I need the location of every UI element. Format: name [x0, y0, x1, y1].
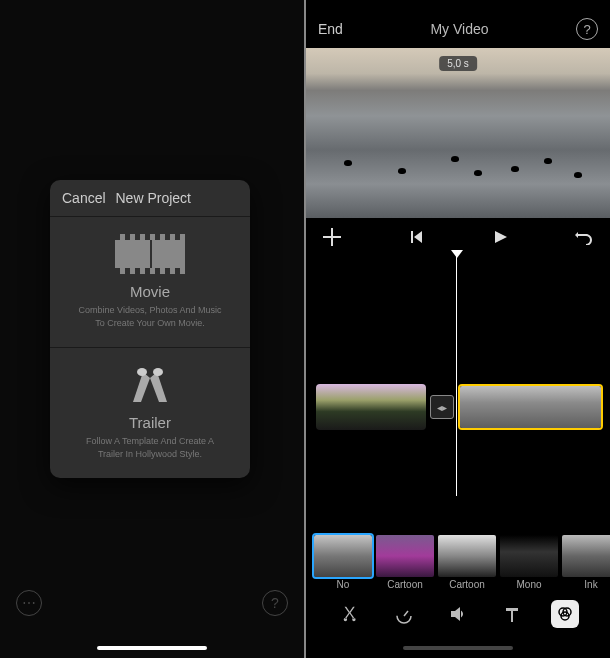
clip-row: ◂▸ [306, 384, 610, 430]
cancel-button[interactable]: Cancel [62, 190, 106, 206]
trailer-desc-1: Follow A Template And Create A [60, 435, 240, 448]
bottom-bar-left: ⋯ ? [0, 590, 304, 616]
filters-tool[interactable] [551, 600, 579, 628]
trailer-option[interactable]: Trailer Follow A Template And Create A T… [50, 348, 250, 478]
movie-title: Movie [60, 283, 240, 300]
help-button[interactable]: ? [262, 590, 288, 616]
filter-cartoon-2[interactable]: Cartoon [438, 535, 496, 590]
home-indicator[interactable] [403, 646, 513, 650]
filter-mono[interactable]: Mono [500, 535, 558, 590]
prev-frame-button[interactable] [404, 229, 428, 245]
modal-header: Cancel New Project [50, 180, 250, 217]
text-tool[interactable] [498, 600, 526, 628]
projects-screen: 9:00 Design + Cancel New Project Movie C… [0, 0, 304, 658]
filter-row: No Cartoon Cartoon Mono Ink [314, 535, 602, 590]
modal-title: New Project [115, 190, 190, 206]
movie-desc-2: To Create Your Own Movie. [60, 317, 240, 330]
end-button[interactable]: End [318, 21, 343, 37]
duck-silhouette [398, 168, 406, 174]
editor-top-bar: End My Video ? [306, 0, 610, 48]
duck-silhouette [451, 156, 459, 162]
filter-ink[interactable]: Ink [562, 535, 610, 590]
home-indicator[interactable] [97, 646, 207, 650]
project-title[interactable]: My Video [430, 21, 488, 37]
speed-tool[interactable] [390, 600, 418, 628]
help-button[interactable]: ? [576, 18, 598, 40]
filter-label: Ink [584, 579, 597, 590]
duck-silhouette [544, 158, 552, 164]
svg-point-1 [153, 368, 163, 376]
volume-tool[interactable] [444, 600, 472, 628]
filter-cartoon-1[interactable]: Cartoon [376, 535, 434, 590]
playhead[interactable] [456, 256, 457, 496]
timeline[interactable]: ◂▸ [306, 256, 610, 496]
filter-label: No [337, 579, 350, 590]
svg-point-0 [137, 368, 147, 376]
movie-desc-1: Combine Videos, Photos And Music [60, 304, 240, 317]
movie-option[interactable]: Movie Combine Videos, Photos And Music T… [50, 217, 250, 348]
play-button[interactable] [488, 229, 512, 245]
duck-silhouette [574, 172, 582, 178]
filter-label: Cartoon [449, 579, 485, 590]
spotlights-icon [60, 362, 240, 408]
new-project-modal: Cancel New Project Movie Combine Videos,… [50, 180, 250, 478]
filter-label: Mono [516, 579, 541, 590]
transition-icon[interactable]: ◂▸ [430, 395, 454, 419]
duck-silhouette [511, 166, 519, 172]
filter-none[interactable]: No [314, 535, 372, 590]
film-icon [60, 231, 240, 277]
trailer-desc-2: Trailer In Hollywood Style. [60, 448, 240, 461]
clip-duration-badge: 5,0 s [439, 56, 477, 71]
add-media-button[interactable] [320, 228, 344, 246]
clip-1[interactable] [316, 384, 426, 430]
editor-toolbar [306, 594, 610, 634]
filter-label: Cartoon [387, 579, 423, 590]
duck-silhouette [474, 170, 482, 176]
trailer-title: Trailer [60, 414, 240, 431]
clip-2-selected[interactable] [458, 384, 603, 430]
undo-button[interactable] [572, 229, 596, 245]
cut-tool[interactable] [337, 600, 365, 628]
video-preview[interactable]: 5,0 s [306, 48, 610, 218]
more-button[interactable]: ⋯ [16, 590, 42, 616]
duck-silhouette [344, 160, 352, 166]
editor-screen: End My Video ? 5,0 s ◂▸ [306, 0, 610, 658]
